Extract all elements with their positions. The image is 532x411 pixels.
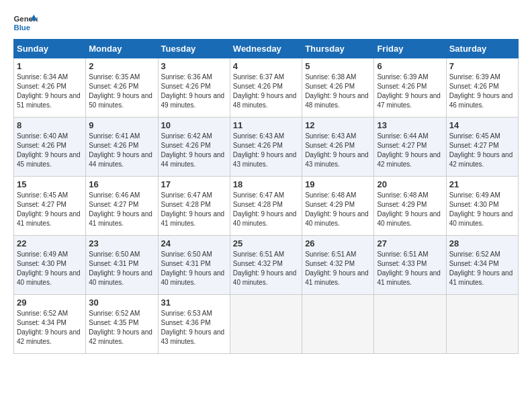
calendar-week-5: 29Sunrise: 6:52 AMSunset: 4:34 PMDayligh… [14,295,519,354]
calendar-cell: 14Sunrise: 6:45 AMSunset: 4:27 PMDayligh… [446,118,518,177]
calendar-cell: 11Sunrise: 6:43 AMSunset: 4:26 PMDayligh… [230,118,302,177]
cell-info: Sunrise: 6:37 AMSunset: 4:26 PMDaylight:… [233,73,299,110]
column-header-friday: Friday [374,40,446,58]
cell-info: Sunrise: 6:39 AMSunset: 4:26 PMDaylight:… [377,73,443,110]
cell-info: Sunrise: 6:47 AMSunset: 4:28 PMDaylight:… [233,191,299,228]
column-header-monday: Monday [86,40,158,58]
day-number: 18 [233,179,299,189]
day-number: 11 [233,120,299,130]
calendar-cell: 2Sunrise: 6:35 AMSunset: 4:26 PMDaylight… [86,58,158,118]
day-number: 2 [89,61,154,71]
cell-info: Sunrise: 6:45 AMSunset: 4:27 PMDaylight:… [449,132,515,169]
cell-info: Sunrise: 6:40 AMSunset: 4:26 PMDaylight:… [17,132,83,169]
calendar-cell: 21Sunrise: 6:49 AMSunset: 4:30 PMDayligh… [446,177,518,236]
calendar-cell: 24Sunrise: 6:50 AMSunset: 4:31 PMDayligh… [158,236,230,295]
column-header-sunday: Sunday [14,40,86,58]
day-number: 26 [305,238,371,248]
day-number: 13 [377,120,443,130]
day-number: 4 [233,61,299,71]
calendar-cell: 6Sunrise: 6:39 AMSunset: 4:26 PMDaylight… [374,58,446,118]
calendar-week-1: 1Sunrise: 6:34 AMSunset: 4:26 PMDaylight… [14,58,519,118]
cell-info: Sunrise: 6:47 AMSunset: 4:28 PMDaylight:… [161,191,227,228]
calendar-week-2: 8Sunrise: 6:40 AMSunset: 4:26 PMDaylight… [14,118,519,177]
calendar-cell: 7Sunrise: 6:39 AMSunset: 4:26 PMDaylight… [446,58,518,118]
calendar-week-4: 22Sunrise: 6:49 AMSunset: 4:30 PMDayligh… [14,236,519,295]
day-number: 10 [161,120,227,130]
cell-info: Sunrise: 6:39 AMSunset: 4:26 PMDaylight:… [449,73,515,110]
cell-info: Sunrise: 6:36 AMSunset: 4:26 PMDaylight:… [161,73,227,110]
day-number: 14 [449,120,515,130]
svg-text:Blue: Blue [14,24,31,32]
day-number: 5 [305,61,371,71]
cell-info: Sunrise: 6:42 AMSunset: 4:26 PMDaylight:… [161,132,227,169]
calendar-cell: 31Sunrise: 6:53 AMSunset: 4:36 PMDayligh… [158,295,230,354]
cell-info: Sunrise: 6:52 AMSunset: 4:35 PMDaylight:… [89,309,154,347]
day-number: 29 [17,298,83,308]
calendar-cell: 16Sunrise: 6:46 AMSunset: 4:27 PMDayligh… [86,177,158,236]
calendar-cell: 10Sunrise: 6:42 AMSunset: 4:26 PMDayligh… [158,118,230,177]
logo-icon: General Blue [13,13,38,32]
calendar-cell: 30Sunrise: 6:52 AMSunset: 4:35 PMDayligh… [86,295,158,354]
calendar-cell: 19Sunrise: 6:48 AMSunset: 4:29 PMDayligh… [302,177,374,236]
day-number: 28 [449,238,515,248]
calendar-cell: 13Sunrise: 6:44 AMSunset: 4:27 PMDayligh… [374,118,446,177]
calendar-cell [302,295,374,354]
calendar-cell: 8Sunrise: 6:40 AMSunset: 4:26 PMDaylight… [14,118,86,177]
page-header: General Blue [13,13,519,32]
column-header-thursday: Thursday [302,40,374,58]
calendar-cell: 22Sunrise: 6:49 AMSunset: 4:30 PMDayligh… [14,236,86,295]
calendar-cell: 17Sunrise: 6:47 AMSunset: 4:28 PMDayligh… [158,177,230,236]
calendar-cell: 20Sunrise: 6:48 AMSunset: 4:29 PMDayligh… [374,177,446,236]
cell-info: Sunrise: 6:48 AMSunset: 4:29 PMDaylight:… [305,191,371,228]
calendar-cell: 28Sunrise: 6:52 AMSunset: 4:34 PMDayligh… [446,236,518,295]
day-number: 6 [377,61,443,71]
calendar-week-3: 15Sunrise: 6:45 AMSunset: 4:27 PMDayligh… [14,177,519,236]
cell-info: Sunrise: 6:49 AMSunset: 4:30 PMDaylight:… [449,191,515,228]
day-number: 7 [449,61,515,71]
cell-info: Sunrise: 6:44 AMSunset: 4:27 PMDaylight:… [377,132,443,169]
day-number: 8 [17,120,83,130]
calendar-table: SundayMondayTuesdayWednesdayThursdayFrid… [13,39,519,354]
cell-info: Sunrise: 6:51 AMSunset: 4:32 PMDaylight:… [233,250,299,287]
logo: General Blue [13,13,38,32]
cell-info: Sunrise: 6:35 AMSunset: 4:26 PMDaylight:… [89,73,154,110]
cell-info: Sunrise: 6:53 AMSunset: 4:36 PMDaylight:… [161,309,227,347]
calendar-cell: 23Sunrise: 6:50 AMSunset: 4:31 PMDayligh… [86,236,158,295]
calendar-cell: 12Sunrise: 6:43 AMSunset: 4:26 PMDayligh… [302,118,374,177]
day-number: 16 [89,179,154,189]
day-number: 22 [17,238,83,248]
column-header-tuesday: Tuesday [158,40,230,58]
column-header-saturday: Saturday [446,40,518,58]
calendar-cell: 26Sunrise: 6:51 AMSunset: 4:32 PMDayligh… [302,236,374,295]
day-number: 31 [161,298,227,308]
calendar-cell: 4Sunrise: 6:37 AMSunset: 4:26 PMDaylight… [230,58,302,118]
cell-info: Sunrise: 6:46 AMSunset: 4:27 PMDaylight:… [89,191,154,228]
cell-info: Sunrise: 6:52 AMSunset: 4:34 PMDaylight:… [449,250,515,287]
calendar-cell: 18Sunrise: 6:47 AMSunset: 4:28 PMDayligh… [230,177,302,236]
day-number: 12 [305,120,371,130]
calendar-cell: 3Sunrise: 6:36 AMSunset: 4:26 PMDaylight… [158,58,230,118]
calendar-cell: 27Sunrise: 6:51 AMSunset: 4:33 PMDayligh… [374,236,446,295]
cell-info: Sunrise: 6:41 AMSunset: 4:26 PMDaylight:… [89,132,154,169]
calendar-body: 1Sunrise: 6:34 AMSunset: 4:26 PMDaylight… [14,58,519,354]
day-number: 20 [377,179,443,189]
calendar-cell: 1Sunrise: 6:34 AMSunset: 4:26 PMDaylight… [14,58,86,118]
column-header-wednesday: Wednesday [230,40,302,58]
day-number: 25 [233,238,299,248]
cell-info: Sunrise: 6:52 AMSunset: 4:34 PMDaylight:… [17,309,83,347]
day-number: 9 [89,120,154,130]
cell-info: Sunrise: 6:43 AMSunset: 4:26 PMDaylight:… [305,132,371,169]
calendar-cell: 15Sunrise: 6:45 AMSunset: 4:27 PMDayligh… [14,177,86,236]
calendar-cell: 9Sunrise: 6:41 AMSunset: 4:26 PMDaylight… [86,118,158,177]
calendar-cell [374,295,446,354]
day-number: 17 [161,179,227,189]
cell-info: Sunrise: 6:48 AMSunset: 4:29 PMDaylight:… [377,191,443,228]
day-number: 1 [17,61,83,71]
cell-info: Sunrise: 6:51 AMSunset: 4:33 PMDaylight:… [377,250,443,287]
day-number: 24 [161,238,227,248]
day-number: 21 [449,179,515,189]
calendar-cell: 25Sunrise: 6:51 AMSunset: 4:32 PMDayligh… [230,236,302,295]
calendar-cell: 5Sunrise: 6:38 AMSunset: 4:26 PMDaylight… [302,58,374,118]
cell-info: Sunrise: 6:50 AMSunset: 4:31 PMDaylight:… [161,250,227,287]
day-number: 27 [377,238,443,248]
